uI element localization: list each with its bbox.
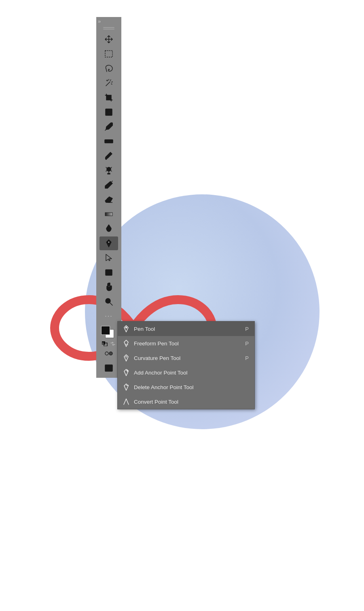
svg-line-5 [110, 80, 111, 81]
toolbar-top-bar: » [96, 17, 121, 25]
hand-tool[interactable] [99, 280, 118, 294]
add-anchor-label: Add Anchor Point Tool [134, 370, 245, 376]
move-tool[interactable] [99, 32, 118, 46]
svg-rect-1 [103, 29, 114, 30]
path-selection-tool[interactable] [99, 251, 118, 265]
eraser-tool[interactable] [99, 193, 118, 207]
svg-line-7 [111, 84, 112, 84]
freeform-pen-label: Freeform Pen Tool [134, 341, 241, 347]
svg-text:D: D [102, 342, 104, 345]
color-swatches: D [100, 325, 117, 346]
rectangle-tool[interactable] [99, 266, 118, 279]
curvature-pen-shortcut: P [245, 355, 249, 361]
svg-rect-2 [105, 51, 112, 57]
brush-tool[interactable] [99, 149, 118, 163]
svg-rect-14 [105, 140, 113, 143]
clone-stamp-tool[interactable] [99, 164, 118, 177]
ruler-tool[interactable] [99, 134, 118, 148]
svg-point-34 [109, 352, 112, 355]
default-colors-icon[interactable]: D [102, 341, 108, 346]
svg-rect-35 [105, 365, 112, 371]
quick-mask-tool[interactable] [99, 347, 118, 360]
swap-colors-icon[interactable] [110, 341, 116, 346]
frame-tool[interactable]: ✕ [99, 105, 118, 119]
pen-tool-context-menu: Pen Tool P Freeform Pen Tool P Curvature… [117, 321, 255, 409]
pen-tool-label: Pen Tool [134, 326, 241, 332]
svg-line-27 [110, 303, 112, 305]
curvature-pen-icon [122, 353, 131, 362]
magic-wand-tool[interactable] [99, 76, 118, 90]
pen-tool-toolbar[interactable] [99, 236, 118, 250]
svg-point-33 [105, 352, 108, 355]
context-menu-curvature-pen[interactable]: Curvature Pen Tool P [118, 351, 254, 365]
svg-text:✕: ✕ [108, 112, 110, 115]
eyedropper-tool[interactable] [99, 120, 118, 134]
svg-rect-0 [103, 27, 114, 28]
pen-tool-shortcut: P [245, 326, 249, 332]
svg-point-36 [126, 327, 127, 328]
toolbar-collapse-icon[interactable]: » [98, 19, 101, 24]
pen-tool-icon [122, 324, 131, 333]
freeform-pen-icon [122, 339, 131, 348]
context-menu-pen-tool[interactable]: Pen Tool P [118, 321, 254, 336]
svg-rect-23 [105, 213, 112, 216]
delete-anchor-label: Delete Anchor Point Tool [134, 384, 245, 390]
context-menu-add-anchor[interactable]: Add Anchor Point Tool [118, 365, 254, 380]
zoom-tool[interactable] [99, 295, 118, 309]
svg-rect-25 [106, 270, 112, 275]
more-tools[interactable]: ··· [99, 309, 118, 323]
delete-anchor-icon [122, 383, 131, 392]
svg-point-19 [107, 167, 111, 171]
blur-tool[interactable] [99, 222, 118, 236]
context-menu-freeform-pen[interactable]: Freeform Pen Tool P [118, 336, 254, 351]
screen-mode-tool[interactable] [99, 361, 118, 375]
marquee-tool[interactable] [99, 47, 118, 61]
gradient-tool[interactable] [99, 207, 118, 221]
crop-tool[interactable] [99, 91, 118, 104]
lasso-tool[interactable] [99, 62, 118, 75]
context-menu-convert-point[interactable]: Convert Point Tool [118, 394, 254, 409]
context-menu-delete-anchor[interactable]: Delete Anchor Point Tool [118, 380, 254, 394]
more-tools-icon: ··· [105, 313, 112, 320]
svg-point-24 [108, 241, 110, 243]
convert-point-label: Convert Point Tool [134, 399, 245, 405]
svg-point-37 [126, 356, 127, 358]
freeform-pen-shortcut: P [245, 341, 249, 347]
foreground-color-swatch[interactable] [101, 326, 110, 335]
svg-line-3 [106, 82, 110, 86]
svg-line-13 [105, 130, 106, 130]
curvature-pen-label: Curvature Pen Tool [134, 355, 241, 361]
svg-line-6 [112, 82, 112, 82]
convert-point-icon [122, 397, 131, 406]
healing-brush-tool[interactable] [99, 178, 118, 192]
add-anchor-icon [122, 368, 131, 377]
toolbar-grip [96, 25, 121, 32]
